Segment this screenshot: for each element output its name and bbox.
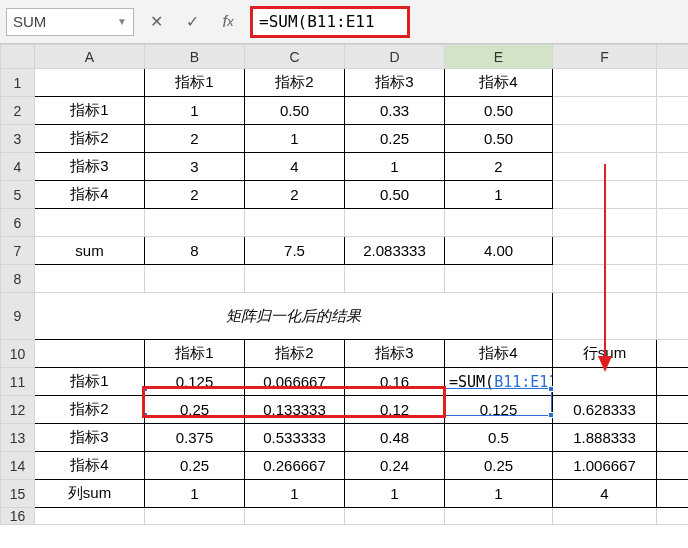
cell[interactable]: 0.50 xyxy=(345,181,445,209)
row-header[interactable]: 2 xyxy=(1,97,35,125)
cell[interactable]: 1 xyxy=(145,97,245,125)
cell[interactable]: 0.48 xyxy=(345,424,445,452)
cell[interactable]: 指标1 xyxy=(145,340,245,368)
cell[interactable]: 指标2 xyxy=(35,125,145,153)
cell[interactable] xyxy=(657,265,689,293)
cell[interactable]: 指标3 xyxy=(345,69,445,97)
cell[interactable] xyxy=(553,97,657,125)
cell[interactable]: 指标4 xyxy=(445,340,553,368)
col-header-A[interactable]: A xyxy=(35,45,145,69)
col-header-C[interactable]: C xyxy=(245,45,345,69)
cell[interactable]: 4.00 xyxy=(445,237,553,265)
cell[interactable]: 0.533333 xyxy=(245,424,345,452)
cell[interactable]: 0.33 xyxy=(345,97,445,125)
cell[interactable]: 1.888333 xyxy=(553,424,657,452)
row-header[interactable]: 12 xyxy=(1,396,35,424)
cell[interactable]: 1 xyxy=(345,153,445,181)
col-header-B[interactable]: B xyxy=(145,45,245,69)
cell[interactable]: 0.50 xyxy=(445,97,553,125)
cell[interactable] xyxy=(657,340,689,368)
cell[interactable]: 1 xyxy=(345,480,445,508)
cell[interactable] xyxy=(657,452,689,480)
col-header-G[interactable] xyxy=(657,45,689,69)
cell[interactable] xyxy=(35,340,145,368)
cell[interactable]: 1 xyxy=(145,480,245,508)
cell[interactable]: 0.133333 xyxy=(245,396,345,424)
cell[interactable]: 2 xyxy=(245,181,345,209)
cell[interactable]: 列sum xyxy=(35,480,145,508)
cell[interactable] xyxy=(445,265,553,293)
row-header[interactable]: 6 xyxy=(1,209,35,237)
row-header[interactable]: 15 xyxy=(1,480,35,508)
cell[interactable]: 1 xyxy=(445,181,553,209)
cell[interactable] xyxy=(145,508,245,525)
cell[interactable] xyxy=(553,153,657,181)
cell[interactable] xyxy=(145,265,245,293)
cell[interactable]: 0.5 xyxy=(445,424,553,452)
cell[interactable]: 指标4 xyxy=(35,452,145,480)
col-header-F[interactable]: F xyxy=(553,45,657,69)
cell[interactable]: 指标3 xyxy=(35,424,145,452)
row-header[interactable]: 3 xyxy=(1,125,35,153)
cell[interactable]: 0.125 xyxy=(445,396,553,424)
cell[interactable] xyxy=(445,209,553,237)
cell[interactable]: 0.25 xyxy=(445,452,553,480)
cell[interactable] xyxy=(553,69,657,97)
cell[interactable]: 0.24 xyxy=(345,452,445,480)
cell[interactable] xyxy=(245,508,345,525)
cell[interactable]: 1 xyxy=(245,480,345,508)
cell[interactable] xyxy=(657,97,689,125)
formula-input[interactable]: =SUM(B11:E11 xyxy=(259,12,375,31)
select-all-corner[interactable] xyxy=(1,45,35,69)
cell[interactable]: 2 xyxy=(445,153,553,181)
cell[interactable] xyxy=(145,209,245,237)
cell[interactable]: 8 xyxy=(145,237,245,265)
cell[interactable]: 3 xyxy=(145,153,245,181)
cell[interactable]: 指标2 xyxy=(245,69,345,97)
row-header[interactable]: 14 xyxy=(1,452,35,480)
cell[interactable]: 0.628333 xyxy=(553,396,657,424)
cell[interactable] xyxy=(657,209,689,237)
cell[interactable] xyxy=(657,424,689,452)
cell[interactable] xyxy=(245,265,345,293)
row-header[interactable]: 7 xyxy=(1,237,35,265)
cell[interactable] xyxy=(35,265,145,293)
cell[interactable]: 指标1 xyxy=(35,97,145,125)
cell[interactable]: 行sum xyxy=(553,340,657,368)
cell[interactable] xyxy=(345,508,445,525)
col-header-E[interactable]: E xyxy=(445,45,553,69)
cell[interactable] xyxy=(657,508,689,525)
cell[interactable] xyxy=(657,368,689,396)
cell[interactable] xyxy=(657,181,689,209)
cell[interactable] xyxy=(657,293,689,340)
cell[interactable]: 指标3 xyxy=(345,340,445,368)
cell[interactable]: 4 xyxy=(245,153,345,181)
cell[interactable]: 0.16 xyxy=(345,368,445,396)
cell[interactable]: 0.12 xyxy=(345,396,445,424)
spreadsheet-grid[interactable]: A B C D E F 1 指标1 指标2 指标3 指标4 2 指标1 1 0.… xyxy=(0,44,688,548)
cell[interactable]: 0.125 xyxy=(145,368,245,396)
cell[interactable]: 指标3 xyxy=(35,153,145,181)
row-header[interactable]: 10 xyxy=(1,340,35,368)
cancel-icon[interactable]: ✕ xyxy=(142,8,170,36)
row-header[interactable]: 8 xyxy=(1,265,35,293)
cell[interactable]: 0.25 xyxy=(145,396,245,424)
row-header[interactable]: 16 xyxy=(1,508,35,525)
cell[interactable] xyxy=(553,237,657,265)
cell[interactable] xyxy=(35,209,145,237)
cell[interactable]: 0.50 xyxy=(445,125,553,153)
row-header[interactable]: 13 xyxy=(1,424,35,452)
row-header[interactable]: 1 xyxy=(1,69,35,97)
cell[interactable] xyxy=(553,293,657,340)
cell[interactable]: sum xyxy=(35,237,145,265)
cell[interactable]: 指标2 xyxy=(245,340,345,368)
cell[interactable]: 指标2 xyxy=(35,396,145,424)
row-header[interactable]: 5 xyxy=(1,181,35,209)
fx-icon[interactable]: fx xyxy=(214,8,242,36)
cell[interactable]: 2 xyxy=(145,181,245,209)
cell[interactable] xyxy=(245,209,345,237)
row-header[interactable]: 9 xyxy=(1,293,35,340)
row-header[interactable]: 11 xyxy=(1,368,35,396)
cell[interactable] xyxy=(35,508,145,525)
cell[interactable] xyxy=(345,265,445,293)
